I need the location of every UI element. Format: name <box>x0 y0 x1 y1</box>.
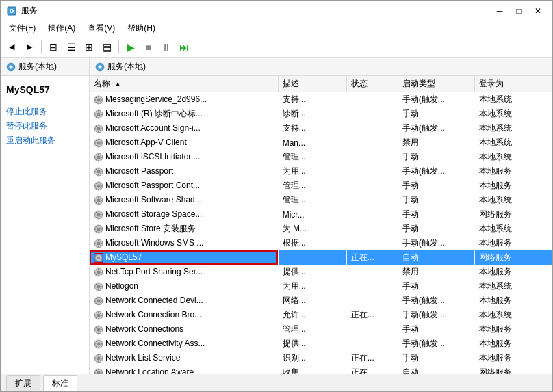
svg-point-20 <box>97 184 101 187</box>
stop-service-link[interactable]: 停止此服务 <box>6 106 83 118</box>
svg-point-31 <box>97 257 100 259</box>
toolbar-btn-filter[interactable]: ▤ <box>99 39 115 55</box>
left-panel-content: MySQL57 停止此服务 暂停此服务 重启动此服务 <box>1 76 89 155</box>
svg-point-43 <box>97 342 101 345</box>
svg-point-24 <box>97 213 101 216</box>
tab-standard[interactable]: 标准 <box>43 375 77 391</box>
col-header-startup[interactable]: 启动类型 <box>398 76 475 92</box>
svg-point-2 <box>11 10 13 12</box>
svg-point-8 <box>97 98 101 101</box>
left-panel-header: 服务(本地) <box>1 58 89 76</box>
right-panel-title: 服务(本地) <box>107 61 146 73</box>
svg-point-6 <box>99 65 102 68</box>
title-bar: 服务 ─ □ ✕ <box>1 1 552 21</box>
table-row[interactable]: MessagingService_2d996...支持...手动(触发...本地… <box>90 92 552 107</box>
col-header-name[interactable]: 名称 ▲ <box>90 76 278 92</box>
services-tbody: MessagingService_2d996...支持...手动(触发...本地… <box>90 92 552 374</box>
restart-service-link[interactable]: 重启动此服务 <box>6 135 83 146</box>
menu-help[interactable]: 帮助(H) <box>122 21 161 36</box>
table-row[interactable]: MySQL57正在...自动网络服务 <box>90 250 552 265</box>
table-row[interactable]: Network Connectivity Ass...提供...手动(触发...… <box>90 337 552 351</box>
menu-file[interactable]: 文件(F) <box>3 21 41 36</box>
svg-point-35 <box>97 285 101 288</box>
svg-point-37 <box>97 299 101 302</box>
window-controls: ─ □ ✕ <box>491 4 547 18</box>
svg-point-16 <box>97 155 101 159</box>
table-row[interactable]: Microsoft Software Shad...管理...手动本地系统 <box>90 193 552 207</box>
play-button[interactable]: ▶ <box>123 39 139 55</box>
svg-point-12 <box>97 127 101 130</box>
table-row[interactable]: Network Connections管理...手动本地服务 <box>90 322 552 337</box>
col-header-login[interactable]: 登录为 <box>475 76 552 92</box>
right-panel: 服务(本地) 名称 ▲ 描述 <box>90 58 552 374</box>
services-icon-right <box>95 62 105 72</box>
menu-view[interactable]: 查看(V) <box>82 21 120 36</box>
table-row[interactable]: Network Connection Bro...允许 ...正在...手动(触… <box>90 308 552 322</box>
svg-point-41 <box>97 328 101 331</box>
table-row[interactable]: Microsoft (R) 诊断中心标...诊断...手动本地系统 <box>90 107 552 121</box>
pause-service-link[interactable]: 暂停此服务 <box>6 120 83 132</box>
toolbar-sep-1 <box>41 40 42 54</box>
table-row[interactable]: Microsoft Passport Cont...管理...手动本地服务 <box>90 179 552 193</box>
table-row[interactable]: Netlogon为用...手动本地系统 <box>90 279 552 293</box>
table-row[interactable]: Network List Service识别...正在...手动本地服务 <box>90 351 552 365</box>
close-button[interactable]: ✕ <box>529 4 547 18</box>
table-row[interactable]: Microsoft iSCSI Initiator ...管理...手动本地系统 <box>90 150 552 164</box>
resume-button[interactable]: ⏭ <box>176 39 192 55</box>
left-panel-title: 服务(本地) <box>18 61 57 73</box>
sort-arrow-name: ▲ <box>114 80 121 88</box>
services-icon-left <box>6 62 16 72</box>
toolbar-sep-2 <box>118 40 119 54</box>
menu-action[interactable]: 操作(A) <box>42 21 81 36</box>
svg-point-10 <box>97 112 101 116</box>
bottom-tabs: 扩展 标准 <box>1 374 552 391</box>
table-row[interactable]: Microsoft Storage Space...Micr...手动网络服务 <box>90 207 552 222</box>
services-table-container[interactable]: 名称 ▲ 描述 状态 启动类型 <box>90 76 552 374</box>
services-window: 服务 ─ □ ✕ 文件(F) 操作(A) 查看(V) 帮助(H) ◀ ▶ ⊟ ☰… <box>0 0 553 392</box>
left-panel: 服务(本地) MySQL57 停止此服务 暂停此服务 重启动此服务 <box>1 58 90 374</box>
menu-bar: 文件(F) 操作(A) 查看(V) 帮助(H) <box>1 21 552 36</box>
svg-point-28 <box>97 241 101 245</box>
svg-point-22 <box>97 198 101 202</box>
services-table: 名称 ▲ 描述 状态 启动类型 <box>90 76 552 374</box>
toolbar: ◀ ▶ ⊟ ☰ ⊞ ▤ ▶ ■ ⏸ ⏭ <box>1 36 552 58</box>
toolbar-btn-grid[interactable]: ⊟ <box>45 39 62 55</box>
svg-point-45 <box>97 356 101 360</box>
svg-point-18 <box>97 170 101 173</box>
col-header-desc[interactable]: 描述 <box>278 76 346 92</box>
table-row[interactable]: Network Location Aware...收集...正在...自动网络服… <box>90 365 552 374</box>
table-header-row: 名称 ▲ 描述 状态 启动类型 <box>90 76 552 92</box>
toolbar-btn-window[interactable]: ⊞ <box>81 39 97 55</box>
tab-extend[interactable]: 扩展 <box>6 375 40 391</box>
table-row[interactable]: Microsoft Passport为用...手动(触发...本地服务 <box>90 164 552 179</box>
window-icon <box>6 5 17 16</box>
table-row[interactable]: Microsoft Account Sign-i...支持...手动(触发...… <box>90 121 552 135</box>
table-row[interactable]: Network Connected Devi...网络...手动(触发...本地… <box>90 293 552 308</box>
right-panel-header: 服务(本地) <box>90 58 552 76</box>
svg-point-4 <box>10 65 13 68</box>
forward-button[interactable]: ▶ <box>21 39 38 55</box>
table-row[interactable]: Microsoft Store 安装服务为 M...手动本地系统 <box>90 222 552 236</box>
col-header-status[interactable]: 状态 <box>346 76 398 92</box>
svg-point-14 <box>97 141 101 144</box>
stop-button[interactable]: ■ <box>140 39 157 55</box>
selected-service-name: MySQL57 <box>6 84 83 95</box>
svg-point-33 <box>97 270 101 274</box>
table-row[interactable]: Microsoft Windows SMS ...根据...手动(触发...本地… <box>90 236 552 250</box>
minimize-button[interactable]: ─ <box>491 4 509 18</box>
table-row[interactable]: Net.Tcp Port Sharing Ser...提供...禁用本地服务 <box>90 265 552 279</box>
toolbar-btn-list[interactable]: ☰ <box>63 39 79 55</box>
back-button[interactable]: ◀ <box>3 39 20 55</box>
maximize-button[interactable]: □ <box>510 4 528 18</box>
svg-point-26 <box>97 227 101 231</box>
pause-button[interactable]: ⏸ <box>158 39 175 55</box>
svg-point-39 <box>97 313 101 317</box>
main-content: 服务(本地) MySQL57 停止此服务 暂停此服务 重启动此服务 服务(本地) <box>1 58 552 374</box>
window-title: 服务 <box>21 5 491 16</box>
table-row[interactable]: Microsoft App-V ClientMan...禁用本地系统 <box>90 135 552 150</box>
